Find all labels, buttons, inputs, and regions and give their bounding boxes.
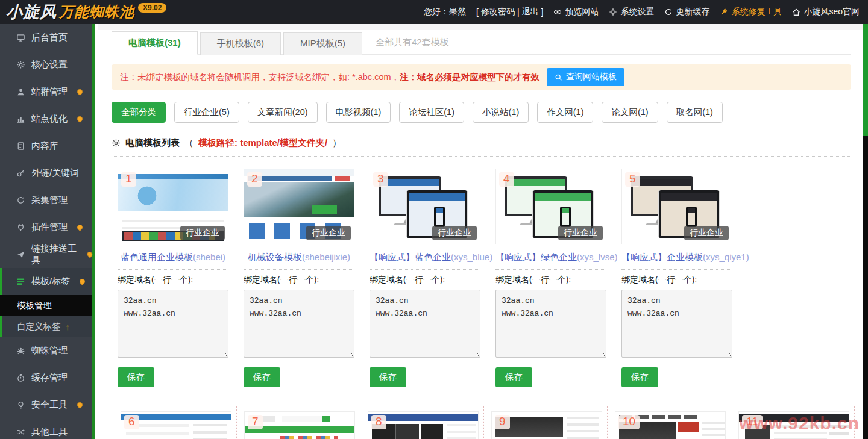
sidebar-item-link-push[interactable]: 链接推送工具 xyxy=(0,241,92,268)
domains-textarea[interactable]: 32aa.cn www.32aa.cn xyxy=(495,290,606,358)
pin-icon xyxy=(76,115,84,123)
tab-mobile-templates[interactable]: 手机模板(6) xyxy=(200,32,281,55)
refresh-icon xyxy=(664,8,673,16)
template-code-link[interactable]: (xys_blue) xyxy=(451,252,492,262)
save-button[interactable]: 保存 xyxy=(621,367,658,387)
tab-pc-templates[interactable]: 电脑模板(31) xyxy=(112,31,198,55)
template-card: 1 行业企业 蓝色通用企业模板(shebei) 绑定域名(一行一个): 32aa… xyxy=(118,164,236,396)
sidebar-item-label: 蜘蛛管理 xyxy=(31,345,68,356)
vertical-scrollbar-track xyxy=(863,24,868,439)
sidebar-item-label: 外链/关键词 xyxy=(31,167,79,179)
shuffle-icon xyxy=(16,428,25,437)
official-site-link[interactable]: 小旋风seo官网 xyxy=(792,7,860,17)
sidebar-item-cache-manage[interactable]: 缓存管理 xyxy=(0,364,92,391)
sidebar-item-site-group[interactable]: 站群管理 xyxy=(0,78,92,105)
vertical-scrollbar-thumb[interactable] xyxy=(863,24,868,136)
key-icon xyxy=(16,169,25,178)
template-card: 8 xyxy=(368,406,484,439)
save-button[interactable]: 保存 xyxy=(495,367,532,387)
template-code-link[interactable]: (xys_lvse) xyxy=(577,252,618,262)
bind-domains-label: 绑定域名(一行一个): xyxy=(118,275,228,285)
sidebar-item-spider-manage[interactable]: 蜘蛛管理 xyxy=(0,337,92,364)
preview-site-link[interactable]: 预览网站 xyxy=(553,7,599,17)
topbar-menu: 您好：果然 [ 修改密码 | 退出 ] 预览网站 系统设置 更新缓存 xyxy=(424,7,860,17)
preview-site-label: 预览网站 xyxy=(565,7,599,17)
sidebar-subitem-custom-tags[interactable]: 自定义标签 ↑ xyxy=(2,316,92,337)
sidebar-item-label: 采集管理 xyxy=(31,195,68,206)
sidebar-item-core-settings[interactable]: 核心设置 xyxy=(0,51,92,78)
category-naming[interactable]: 取名网(1) xyxy=(667,102,723,123)
template-code-link[interactable]: (xys_qiye1) xyxy=(703,252,749,262)
domains-textarea[interactable]: 32aa.cn www.32aa.cn xyxy=(621,290,732,358)
bulb-icon xyxy=(16,400,25,409)
save-button[interactable]: 保存 xyxy=(244,367,280,387)
domains-textarea[interactable]: 32aa.cn www.32aa.cn xyxy=(244,290,354,358)
save-button[interactable]: 保存 xyxy=(370,367,406,387)
official-site-label: 小旋风seo官网 xyxy=(804,7,860,17)
sidebar-item-content-library[interactable]: 内容库 xyxy=(0,132,92,160)
sidebar-item-label: 内容库 xyxy=(31,140,58,152)
template-name: 蓝色通用企业模板(shebei) xyxy=(118,252,228,263)
bind-domains-label: 绑定域名(一行一个): xyxy=(621,275,732,285)
save-button[interactable]: 保存 xyxy=(118,367,154,387)
template-name-link[interactable]: 机械设备模板 xyxy=(248,252,302,262)
sidebar-item-links-keywords[interactable]: 外链/关键词 xyxy=(0,160,92,187)
template-name-link[interactable]: 蓝色通用企业模板 xyxy=(121,252,193,262)
sidebar-subitem-template-manage[interactable]: 模板管理 xyxy=(0,295,92,316)
sidebar-item-plugins[interactable]: 插件管理 xyxy=(0,214,92,241)
sidebar-item-label: 链接推送工具 xyxy=(31,243,78,266)
template-card: 5 行业企业 【响应式】企业模板(xys_qiye1) 绑定域名(一行一个): … xyxy=(621,164,740,396)
category-forum[interactable]: 论坛社区(1) xyxy=(399,102,464,123)
template-card: 10 xyxy=(615,406,731,439)
refresh-cache-link[interactable]: 更新缓存 xyxy=(664,7,709,17)
system-settings-link[interactable]: 系统设置 xyxy=(609,7,654,17)
domains-textarea[interactable]: 32aa.cn www.32aa.cn xyxy=(118,290,228,358)
account-links: [ 修改密码 | 退出 ] xyxy=(476,7,543,17)
category-video[interactable]: 电影视频(1) xyxy=(326,102,391,123)
template-thumbnail: 3 行业企业 xyxy=(370,169,480,244)
sidebar-item-other-tools[interactable]: 其他工具 xyxy=(0,419,92,439)
template-card: 2 行业企业 机械设备模板(shebeijixie) 绑定域名(一行一个): 3… xyxy=(244,164,362,396)
template-name: 【响应式】绿色企业(xys_lvse) xyxy=(495,252,606,263)
bind-domains-label: 绑定域名(一行一个): xyxy=(370,275,480,285)
sidebar-item-collection[interactable]: 采集管理 xyxy=(0,187,92,214)
category-all[interactable]: 全部分类 xyxy=(112,102,166,123)
tab-mip-templates[interactable]: MIP模板(5) xyxy=(283,32,362,55)
notice-text-bold: 注：域名必须是对应模型下的才有效 xyxy=(400,72,539,83)
pin-icon xyxy=(78,278,86,285)
divider xyxy=(370,269,480,270)
change-password-link[interactable]: 修改密码 xyxy=(481,7,515,17)
sidebar-item-dashboard[interactable]: 后台首页 xyxy=(0,24,92,51)
category-news[interactable]: 文章新闻(20) xyxy=(248,102,318,123)
template-name-link[interactable]: 【响应式】企业模板 xyxy=(621,252,703,262)
search-icon xyxy=(555,73,562,81)
template-thumbnail: 1 行业企业 xyxy=(118,169,228,244)
template-name-link[interactable]: 【响应式】蓝色企业 xyxy=(370,252,451,262)
section-header: 电脑模板列表 （模板路径: template/模型文件夹/） xyxy=(112,137,851,157)
template-name: 机械设备模板(shebeijixie) xyxy=(244,252,354,263)
template-name-link[interactable]: 【响应式】绿色企业 xyxy=(495,252,577,262)
query-template-button[interactable]: 查询网站模板 xyxy=(547,68,624,86)
template-category-badge: 行业企业 xyxy=(558,226,603,240)
logout-link[interactable]: 退出 xyxy=(522,7,539,17)
template-code-link[interactable]: (shebeijixie) xyxy=(302,252,350,262)
logo-main: 小旋风 xyxy=(6,1,57,23)
sidebar-item-site-optimize[interactable]: 站点优化 xyxy=(0,105,92,132)
sidebar-item-security-tools[interactable]: 安全工具 xyxy=(0,391,92,419)
category-industry[interactable]: 行业企业(5) xyxy=(174,102,239,123)
category-thesis[interactable]: 论文网(1) xyxy=(602,102,658,123)
bar-chart-icon xyxy=(16,114,25,123)
notice-text: 注：未绑定模板的域名将会随机调用，支持泛域名绑定，如: *.abc.com， xyxy=(120,72,400,83)
category-novel[interactable]: 小说站(1) xyxy=(473,102,529,123)
separator: | xyxy=(517,7,520,17)
gear-icon xyxy=(16,60,25,69)
template-list-icon xyxy=(16,277,25,286)
repair-tool-link[interactable]: 系统修复工具 xyxy=(720,7,782,17)
sidebar-item-template-tags[interactable]: 模板/标签 xyxy=(2,268,92,295)
template-thumbnail: 9 xyxy=(491,411,602,439)
category-filter: 全部分类 行业企业(5) 文章新闻(20) 电影视频(1) 论坛社区(1) 小说… xyxy=(112,102,851,123)
domains-textarea[interactable]: 32aa.cn www.32aa.cn xyxy=(370,290,480,358)
template-thumbnail: 2 行业企业 xyxy=(244,169,354,244)
category-essay[interactable]: 作文网(1) xyxy=(537,102,593,123)
template-code-link[interactable]: (shebei) xyxy=(193,252,225,262)
